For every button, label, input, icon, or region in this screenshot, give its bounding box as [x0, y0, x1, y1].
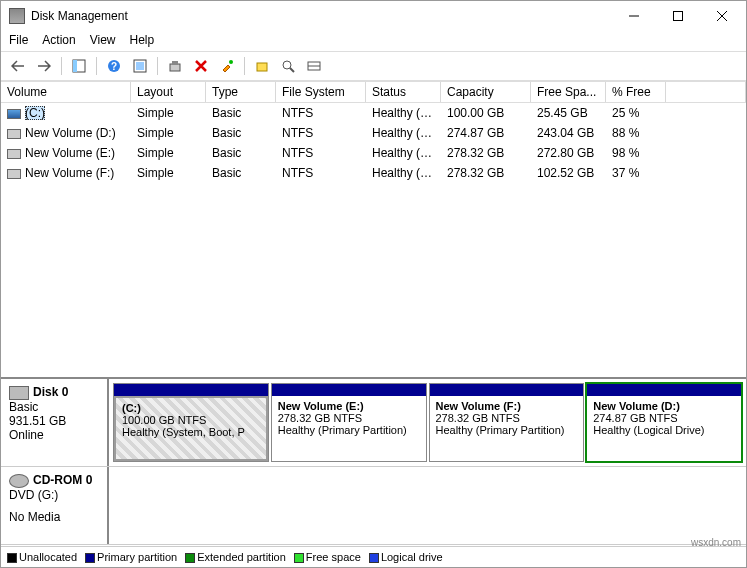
properties-button[interactable] [216, 55, 238, 77]
col-blank[interactable] [666, 82, 746, 102]
cdrom-info: CD-ROM 0 DVD (G:) No Media [1, 467, 109, 544]
partition-stripe [587, 384, 741, 396]
col-type[interactable]: Type [206, 82, 276, 102]
col-capacity[interactable]: Capacity [441, 82, 531, 102]
volume-name: New Volume (E:) [25, 146, 115, 160]
tool-button-1[interactable] [251, 55, 273, 77]
menu-help[interactable]: Help [130, 33, 155, 47]
col-free[interactable]: Free Spa... [531, 82, 606, 102]
svg-rect-1 [674, 12, 683, 21]
app-icon [9, 8, 25, 24]
table-row[interactable]: (C:)SimpleBasicNTFSHealthy (S...100.00 G… [1, 103, 746, 123]
volume-icon [7, 109, 21, 119]
refresh-button[interactable] [129, 55, 151, 77]
forward-button[interactable] [33, 55, 55, 77]
svg-point-12 [229, 60, 233, 64]
col-layout[interactable]: Layout [131, 82, 206, 102]
volume-icon [7, 169, 21, 179]
col-status[interactable]: Status [366, 82, 441, 102]
menubar: File Action View Help [1, 31, 746, 51]
delete-button[interactable] [190, 55, 212, 77]
partition-block[interactable]: New Volume (E:)278.32 GB NTFSHealthy (Pr… [271, 383, 427, 462]
wizard-button[interactable] [164, 55, 186, 77]
titlebar: Disk Management [1, 1, 746, 31]
back-button[interactable] [7, 55, 29, 77]
volume-list: Volume Layout Type File System Status Ca… [1, 81, 746, 379]
volume-icon [7, 149, 21, 159]
cdrom-row[interactable]: CD-ROM 0 DVD (G:) No Media [1, 467, 746, 545]
volume-icon [7, 129, 21, 139]
svg-text:?: ? [111, 61, 117, 72]
partition-block[interactable]: New Volume (D:)274.87 GB NTFSHealthy (Lo… [586, 383, 742, 462]
toolbar: ? [1, 51, 746, 81]
help-button[interactable]: ? [103, 55, 125, 77]
graphical-view: Disk 0 Basic 931.51 GB Online (C:)100.00… [1, 379, 746, 547]
svg-rect-13 [257, 63, 267, 71]
partition-block[interactable]: New Volume (F:)278.32 GB NTFSHealthy (Pr… [429, 383, 585, 462]
legend: Unallocated Primary partition Extended p… [1, 547, 746, 567]
partition-stripe [114, 384, 268, 396]
minimize-button[interactable] [612, 2, 656, 30]
svg-point-14 [283, 61, 291, 69]
tool-button-3[interactable] [303, 55, 325, 77]
table-row[interactable]: New Volume (D:)SimpleBasicNTFSHealthy (L… [1, 123, 746, 143]
watermark: wsxdn.com [691, 537, 741, 548]
svg-rect-10 [170, 64, 180, 71]
partition-stripe [272, 384, 426, 396]
menu-file[interactable]: File [9, 33, 28, 47]
disk-row-0[interactable]: Disk 0 Basic 931.51 GB Online (C:)100.00… [1, 379, 746, 467]
list-header: Volume Layout Type File System Status Ca… [1, 81, 746, 103]
svg-rect-9 [136, 62, 144, 70]
tool-button-2[interactable] [277, 55, 299, 77]
col-volume[interactable]: Volume [1, 82, 131, 102]
close-button[interactable] [700, 2, 744, 30]
svg-line-15 [290, 68, 294, 72]
show-hide-button[interactable] [68, 55, 90, 77]
volume-name: New Volume (F:) [25, 166, 114, 180]
volume-name: New Volume (D:) [25, 126, 116, 140]
window-title: Disk Management [31, 9, 612, 23]
partition-stripe [430, 384, 584, 396]
volume-name: (C:) [25, 106, 45, 120]
col-pct[interactable]: % Free [606, 82, 666, 102]
cdrom-icon [9, 474, 29, 488]
svg-rect-5 [73, 60, 77, 72]
menu-view[interactable]: View [90, 33, 116, 47]
disk-info: Disk 0 Basic 931.51 GB Online [1, 379, 109, 466]
disk-icon [9, 386, 29, 400]
partition-block[interactable]: (C:)100.00 GB NTFSHealthy (System, Boot,… [113, 383, 269, 462]
svg-rect-11 [172, 61, 178, 65]
maximize-button[interactable] [656, 2, 700, 30]
table-row[interactable]: New Volume (E:)SimpleBasicNTFSHealthy (P… [1, 143, 746, 163]
menu-action[interactable]: Action [42, 33, 75, 47]
table-row[interactable]: New Volume (F:)SimpleBasicNTFSHealthy (P… [1, 163, 746, 183]
col-fs[interactable]: File System [276, 82, 366, 102]
